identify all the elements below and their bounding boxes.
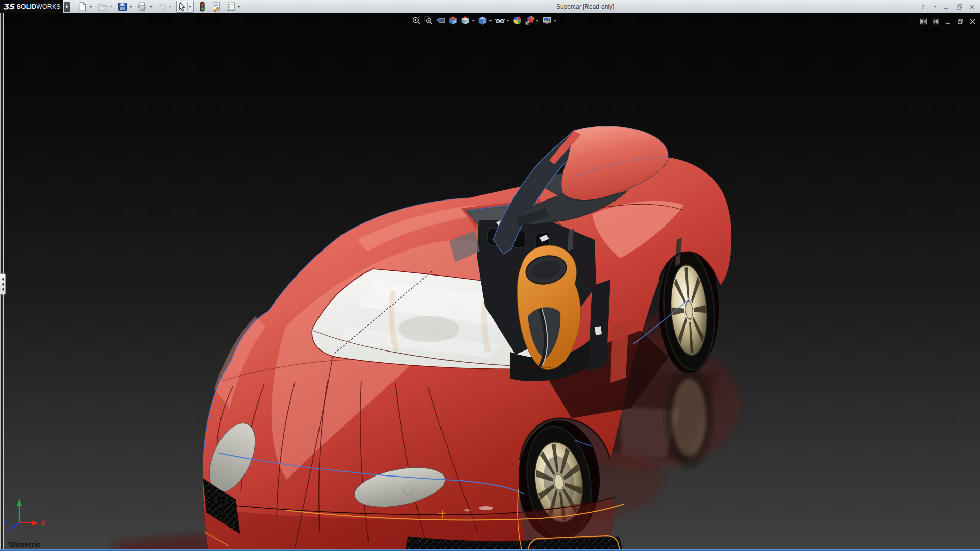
window-controls: ? [919,0,976,13]
help-icon: ? [919,3,927,11]
chevron-down-icon [934,6,937,8]
close-button[interactable] [968,3,976,11]
file-properties-button[interactable] [211,2,222,12]
rebuild-button[interactable] [197,2,207,12]
doc-minimize-button[interactable] [944,18,952,26]
view-settings-group [542,16,557,26]
save-icon [117,2,128,12]
help-dropdown-caret[interactable] [932,2,938,11]
zoom-to-area-button[interactable] [424,16,433,26]
doc-restore-icon [957,18,964,26]
zoom-to-fit-icon [411,16,421,26]
svg-text:?: ? [921,3,924,10]
feature-manager-collapsed-tab[interactable] [0,273,6,295]
doc-close-button[interactable] [969,18,976,26]
new-document-icon [78,2,88,12]
x-axis-arrow [32,520,38,526]
solidworks-logo-icon: ƷS [3,2,14,11]
chevron-left-icon [2,288,4,291]
car-model-supercar[interactable] [0,0,980,551]
hide-show-items-dropdown-caret[interactable] [505,17,510,25]
rebuild-icon [197,2,207,12]
display-style-button[interactable] [478,16,487,26]
restore-button[interactable] [955,3,963,11]
undo-group [156,1,174,13]
file-properties-icon [211,2,222,12]
rebuild-group [196,1,208,13]
edit-appearance-button[interactable] [512,16,522,26]
doc-close-icon [969,18,976,26]
menu-expand-button[interactable] [64,2,70,12]
apply-scene-button[interactable] [525,16,534,26]
hide-show-items-group [495,16,510,26]
coordinate-triad: X Z [3,493,50,538]
headsup-view-toolbar [411,16,557,26]
section-view-icon [448,16,458,26]
open-dropdown-caret [108,2,113,11]
view-settings-button[interactable] [542,16,552,26]
doc-minimize-icon [944,18,952,26]
print-dropdown-caret[interactable] [148,2,153,11]
apply-scene-group [525,16,540,26]
zoom-to-fit-group [411,16,421,26]
save-dropdown-caret[interactable] [128,2,133,11]
solidworks-logo-text: SOLIDWORKS [17,3,61,10]
edit-appearance-group [512,16,522,26]
print-icon [137,2,148,12]
chevron-left-icon [2,283,4,286]
chevron-left-icon [2,278,4,281]
help-button[interactable]: ? [919,3,927,11]
section-view-button[interactable] [448,16,458,26]
minimize-button[interactable] [943,3,950,11]
view-orientation-button[interactable] [460,16,470,26]
save-button[interactable] [117,2,128,12]
display-style-icon [478,16,487,26]
file-properties-group [210,1,223,13]
document-window-controls [920,18,976,26]
new-document-dropdown-caret[interactable] [88,2,93,11]
view-settings-dropdown-caret[interactable] [552,17,557,25]
print-group [136,1,154,13]
chevron-down-icon [89,6,92,8]
taskbar-edge [0,549,980,551]
display-style-dropdown-caret[interactable] [488,17,493,25]
pane-collapse-button[interactable] [920,18,927,26]
options-group [225,1,242,13]
select-button[interactable] [177,2,187,12]
open-group [96,1,114,13]
x-axis-label: X [40,520,46,528]
y-axis-arrow [17,499,22,506]
close-icon [968,3,976,11]
zoom-to-fit-button[interactable] [411,16,421,26]
view-orientation-group [460,16,475,26]
view-orientation-dropdown-caret[interactable] [471,17,475,25]
doc-restore-button[interactable] [957,18,964,26]
chevron-down-icon [169,6,172,8]
chevron-down-icon [237,6,240,8]
pane-expand-button[interactable] [932,18,940,26]
chevron-down-icon [489,20,492,22]
select-dropdown-caret[interactable] [187,2,193,11]
standard-toolbar [77,1,242,13]
chevron-down-icon [109,6,112,8]
previous-view-group [436,16,446,26]
undo-dropdown-caret [167,2,173,11]
pane-expand-icon [932,18,940,26]
apply-scene-dropdown-caret[interactable] [535,17,540,25]
view-orientation-icon [460,16,470,26]
hide-show-items-button[interactable] [495,16,505,26]
select-group [176,1,194,13]
new-document-button[interactable] [78,2,88,12]
options-dropdown-caret[interactable] [236,2,241,11]
section-view-group [448,16,458,26]
view-orientation-label: *Dimetric [8,540,40,548]
print-button[interactable] [137,2,148,12]
previous-view-icon [436,16,446,26]
previous-view-button[interactable] [436,16,446,26]
title-bar: ƷS SOLIDWORKS Supercar [Read-only] ? [0,0,980,13]
zoom-to-area-group [424,16,433,26]
options-button[interactable] [226,2,236,12]
minimize-icon [943,3,950,11]
view-settings-icon [542,16,552,26]
open-button [97,2,108,12]
